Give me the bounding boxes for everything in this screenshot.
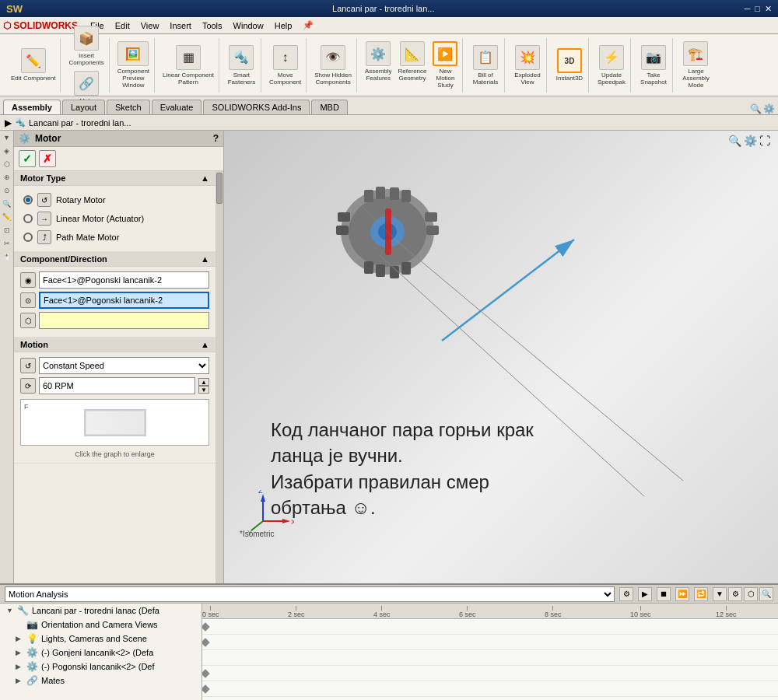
pathmate-radio[interactable] [23,233,33,242]
motion-type-dropdown[interactable]: Constant Speed Distance Oscillate [39,357,209,374]
maximize-btn[interactable]: □ [755,4,760,14]
filter-btn[interactable]: ▼ [713,587,727,601]
panel-scrollbar[interactable] [216,171,223,583]
left-icon-10[interactable]: 🖱️ [2,251,12,262]
exploded-view-btn[interactable]: 💥 ExplodedView [513,44,541,87]
speed-down-btn[interactable]: ▼ [198,386,209,394]
motor-type-pathmate[interactable]: ⤴ Path Mate Motor [20,228,209,247]
tree-mates[interactable]: ▶ 🔗 Mates [0,674,202,688]
diamond-pogonski-0[interactable] [202,684,210,693]
motor-type-section-header[interactable]: Motor Type ▲ [14,171,216,186]
calc-btn[interactable]: ⚙ [619,587,633,601]
diamond-orient-0[interactable] [202,638,210,646]
ok-button[interactable]: ✓ [19,150,36,167]
menu-edit[interactable]: Edit [110,19,135,32]
scrollbar-thumb[interactable] [216,173,223,204]
update-speedpak-btn[interactable]: ⚡ UpdateSpeedpak [596,44,627,87]
tree-orientation[interactable]: 📷 Orientation and Camera Views [0,618,202,632]
component-field-3[interactable] [39,312,209,329]
reference-geometry-btn[interactable]: 📐 ReferenceGeometry [397,40,429,90]
menu-insert[interactable]: Insert [165,19,196,32]
insert-components-btn[interactable]: 📦 InsertComponents [67,24,105,68]
component-field-1[interactable] [39,271,209,289]
view-ctrl-search[interactable]: 🔍 [728,135,741,147]
panel-help-icon[interactable]: ? [213,133,219,144]
collapse-icon: ▲ [201,173,209,183]
close-btn[interactable]: ✕ [765,4,772,14]
timeline-expand-btn[interactable]: ⬡ [744,587,758,601]
tab-mbd[interactable]: MBD [311,100,347,114]
menu-help[interactable]: Help [270,19,297,32]
toolbar-group-preview: 🖼️ ComponentPreviewWindow [113,38,155,93]
view-ctrl-expand[interactable]: ⛶ [759,135,770,147]
tree-root[interactable]: ▼ 🔧 Lancani par - troredni lanac (Defa [0,604,202,618]
view-ctrl-settings[interactable]: ⚙️ [744,135,757,147]
tree-pogonski[interactable]: ▶ ⚙️ (-) Pogonski lancanik<2> (Def [0,660,202,674]
toolbar-group-pattern: ▦ Linear ComponentPattern [158,38,219,93]
expand-icon-lights: ▶ [16,635,23,642]
speed-input[interactable] [39,377,195,394]
left-icon-3[interactable]: ⬡ [2,159,12,170]
rotary-radio[interactable] [23,195,33,205]
motor-type-linear[interactable]: → Linear Motor (Actuator) [20,209,209,228]
left-icon-7[interactable]: ✏️ [2,212,12,222]
large-assembly-btn[interactable]: 🏗️ LargeAssemblyMode [681,40,711,90]
tree-lights[interactable]: ▶ 💡 Lights, Cameras and Scene [0,632,202,646]
component-field-2[interactable] [39,292,209,309]
speed-graph[interactable]: F [20,399,209,446]
stop-btn[interactable]: ⏹ [657,587,671,601]
move-component-btn[interactable]: ↕️ MoveComponent [268,44,303,87]
left-icon-4[interactable]: ⊕ [2,172,12,183]
search-icon[interactable]: 🔍 [750,103,762,114]
minimize-btn[interactable]: ─ [745,4,751,14]
left-icon-6[interactable]: 🔍 [2,198,12,209]
diamond-root-0[interactable] [202,622,210,631]
zoom-btn[interactable]: 🔍 [759,587,773,601]
breadcrumb-icon: ▶ [5,117,12,128]
tab-addins[interactable]: SOLIDWORKS Add-Ins [203,100,310,114]
left-icon-2[interactable]: ◈ [2,145,12,156]
linear-radio[interactable] [23,214,33,223]
show-hidden-btn[interactable]: 👁️ Show HiddenComponents [313,44,353,87]
tab-evaluate[interactable]: Evaluate [152,100,202,114]
left-icon-1[interactable]: ▼ [2,132,12,143]
forward-btn[interactable]: ⏩ [675,587,689,601]
tab-layout[interactable]: Layout [62,100,105,114]
new-motion-study-btn[interactable]: ▶️ NewMotionStudy [431,40,459,90]
toolbar-group-insert: 📦 InsertComponents 🔗 Mate [64,38,109,93]
speed-up-btn[interactable]: ▲ [198,378,209,386]
motion-section-header[interactable]: Motion ▲ [14,338,216,352]
edit-component-btn[interactable]: ✏️ Edit Component [9,47,57,83]
component-direction-section-header[interactable]: Component/Direction ▲ [14,252,216,267]
play-btn[interactable]: ▶ [638,587,652,601]
tab-sketch[interactable]: Sketch [107,100,150,114]
menu-view[interactable]: View [136,19,164,32]
bill-of-materials-btn[interactable]: 📋 Bill ofMaterials [471,44,499,87]
settings-icon[interactable]: ⚙️ [763,103,775,114]
cancel-button[interactable]: ✗ [39,150,56,167]
linear-pattern-btn[interactable]: ▦ Linear ComponentPattern [161,44,216,87]
loop-btn[interactable]: 🔁 [694,587,708,601]
instant3d-btn[interactable]: 3D Instant3D [555,47,584,83]
motor-type-rotary[interactable]: ↺ Rotary Motor [20,191,209,209]
component-preview-btn[interactable]: 🖼️ ComponentPreviewWindow [116,40,151,90]
left-icon-5[interactable]: ⊙ [2,185,12,196]
menu-window[interactable]: Window [229,19,268,32]
tab-assembly[interactable]: Assembly [3,100,61,114]
graph-caption[interactable]: Click the graph to enlarge [20,450,209,458]
toolbar-group-instant3d: 3D Instant3D [550,38,589,93]
settings-btn[interactable]: ⚙ [728,587,742,601]
left-icon-9[interactable]: ✂ [2,238,12,249]
pin-icon[interactable]: 📌 [303,20,314,30]
assembly-features-btn[interactable]: ⚙️ AssemblyFeatures [363,40,394,90]
analysis-mode-dropdown[interactable]: Motion Analysis [5,586,615,602]
smart-fasteners-btn[interactable]: 🔩 SmartFasteners [226,44,258,87]
expand-icon-pogonski: ▶ [16,663,23,670]
tree-gonjeni[interactable]: ▶ ⚙️ (-) Gonjeni lancanik<2> (Defa [0,646,202,660]
left-icon-8[interactable]: ⊡ [2,225,12,236]
diamond-gonjeni-0[interactable] [202,669,210,677]
face-icon-1: ◉ [20,272,36,288]
take-snapshot-btn[interactable]: 📷 TakeSnapshot [639,44,668,87]
svg-text:X: X [291,518,294,526]
menu-tools[interactable]: Tools [198,19,227,32]
